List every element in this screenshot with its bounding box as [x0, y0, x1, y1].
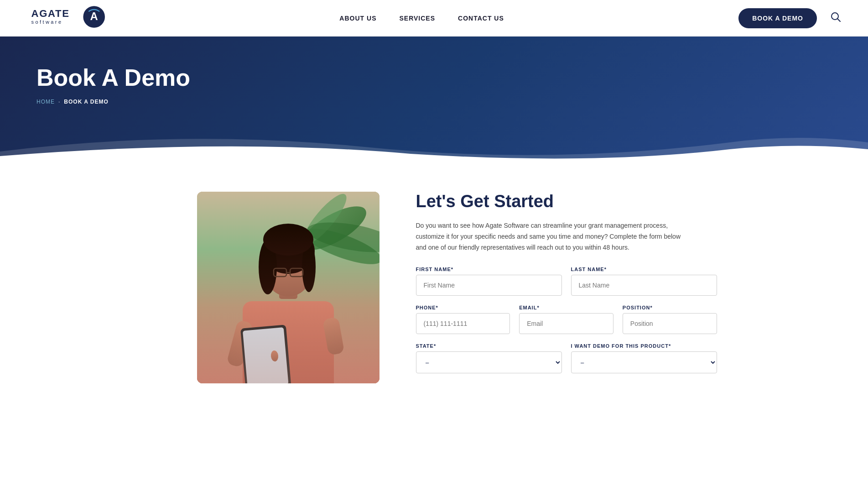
- hero-banner: Book A Demo HOME · BOOK A DEMO: [0, 37, 868, 164]
- breadcrumb-separator: ·: [58, 99, 60, 105]
- form-description: Do you want to see how Agate Software ca…: [416, 220, 690, 253]
- form-title: Let's Get Started: [416, 192, 717, 211]
- email-label: EMAIL*: [519, 305, 613, 310]
- svg-text:software: software: [31, 19, 63, 25]
- state-group: STATE* –: [416, 343, 562, 373]
- contact-form: Let's Get Started Do you want to see how…: [416, 192, 717, 382]
- search-icon[interactable]: [831, 12, 841, 24]
- svg-rect-24: [243, 327, 289, 383]
- logo[interactable]: AGATE software A: [27, 3, 105, 33]
- svg-line-5: [837, 19, 840, 21]
- nav-link-contact[interactable]: CONTACT US: [458, 15, 504, 22]
- first-name-group: FIRST NAME*: [416, 267, 562, 296]
- contact-row: PHONE* EMAIL* POSITION*: [416, 305, 717, 334]
- last-name-input[interactable]: [571, 275, 717, 296]
- nav-link-about[interactable]: ABOUT US: [339, 15, 376, 22]
- phone-label: PHONE*: [416, 305, 510, 310]
- main-content: Let's Get Started Do you want to see how…: [115, 164, 754, 411]
- position-input[interactable]: [623, 313, 717, 334]
- svg-point-26: [270, 350, 278, 361]
- svg-text:A: A: [90, 10, 98, 22]
- phone-group: PHONE*: [416, 305, 510, 334]
- breadcrumb-current: BOOK A DEMO: [64, 99, 108, 105]
- nav-right: BOOK A DEMO: [738, 8, 841, 28]
- breadcrumb: HOME · BOOK A DEMO: [36, 99, 832, 105]
- email-group: EMAIL*: [519, 305, 613, 334]
- last-name-group: LAST NAME*: [571, 267, 717, 296]
- first-name-input[interactable]: [416, 275, 562, 296]
- person-photo: [197, 192, 379, 383]
- svg-rect-23: [240, 324, 291, 383]
- svg-text:AGATE: AGATE: [31, 8, 70, 19]
- state-select[interactable]: –: [416, 351, 562, 373]
- svg-point-11: [243, 301, 334, 383]
- first-name-label: FIRST NAME*: [416, 267, 562, 272]
- nav-link-services[interactable]: SERVICES: [399, 15, 435, 22]
- svg-rect-25: [322, 317, 344, 356]
- svg-rect-12: [243, 301, 334, 383]
- email-input[interactable]: [519, 313, 613, 334]
- svg-point-18: [263, 224, 313, 256]
- breadcrumb-home[interactable]: HOME: [36, 99, 55, 105]
- name-row: FIRST NAME* LAST NAME*: [416, 267, 717, 296]
- demo-product-group: I WANT DEMO FOR THIS PRODUCT* –: [571, 343, 717, 373]
- last-name-label: LAST NAME*: [571, 267, 717, 272]
- position-label: POSITION*: [623, 305, 717, 310]
- state-label: STATE*: [416, 343, 562, 349]
- phone-input[interactable]: [416, 313, 510, 334]
- demo-product-label: I WANT DEMO FOR THIS PRODUCT*: [571, 343, 717, 349]
- hero-title: Book A Demo: [36, 64, 832, 91]
- nav-links: ABOUT US SERVICES CONTACT US: [339, 15, 504, 22]
- position-group: POSITION*: [623, 305, 717, 334]
- navbar: AGATE software A ABOUT US SERVICES CONTA…: [0, 0, 868, 37]
- book-demo-button[interactable]: BOOK A DEMO: [738, 8, 817, 28]
- svg-rect-22: [226, 319, 254, 368]
- state-product-row: STATE* – I WANT DEMO FOR THIS PRODUCT* –: [416, 343, 717, 373]
- demo-product-select[interactable]: –: [571, 351, 717, 373]
